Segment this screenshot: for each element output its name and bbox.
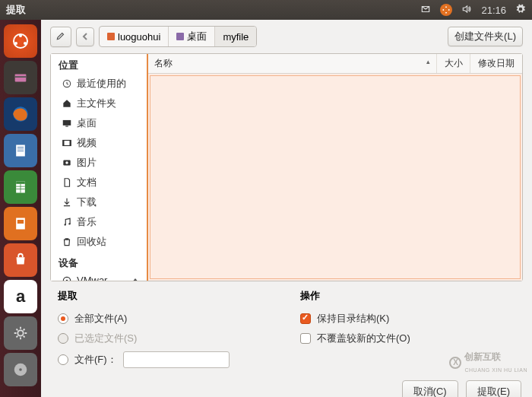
svg-rect-22 [63, 141, 65, 146]
watermark: X 创新互联 CHUANG XIN HU LIAN [449, 351, 527, 374]
radio-icon [58, 333, 68, 344]
sidebar-item-label: 桌面 [77, 116, 97, 130]
radio-files-pattern[interactable]: 文件(F)： [58, 348, 277, 371]
check-keep-structure[interactable]: 保持目录结构(K) [300, 309, 520, 329]
firefox-icon[interactable] [4, 97, 37, 131]
extract-dialog: luoguohui 桌面 myfile 创建文件夹(L) 位置 最近使用的 主文… [41, 20, 532, 397]
svg-point-1 [19, 34, 22, 37]
eject-icon[interactable] [130, 275, 141, 281]
cancel-button[interactable]: 取消(C) [402, 380, 458, 397]
svg-point-17 [19, 368, 22, 371]
breadcrumb: luoguohui 桌面 myfile [99, 26, 257, 47]
svg-rect-14 [17, 220, 24, 224]
calc-icon[interactable] [4, 170, 37, 204]
col-size[interactable]: 大小 [437, 54, 470, 73]
window-title: 提取 [6, 3, 420, 17]
svg-rect-12 [16, 182, 25, 184]
folder-icon [176, 33, 184, 40]
extract-column: 提取 全部文件(A) 已选定文件(S) 文件(F)： [58, 289, 277, 371]
checkbox-icon [300, 313, 311, 324]
files-icon[interactable] [4, 61, 37, 94]
extract-button[interactable]: 提取(E) [466, 380, 521, 397]
sidebar-item-label: 音乐 [77, 215, 97, 229]
radio-all-files[interactable]: 全部文件(A) [58, 309, 277, 329]
svg-rect-5 [15, 76, 27, 78]
sidebar-item-documents[interactable]: 文档 [51, 173, 147, 192]
sidebar-item-home[interactable]: 主文件夹 [51, 94, 147, 113]
check-no-overwrite[interactable]: 不覆盖较新的文件(O) [300, 329, 520, 348]
svg-rect-19 [63, 120, 71, 125]
check-label: 保持目录结构(K) [317, 312, 389, 326]
radio-label: 全部文件(A) [74, 312, 127, 326]
unity-launcher: a [0, 20, 41, 397]
devices-header: 设备 [51, 252, 147, 272]
path-toolbar: luoguohui 桌面 myfile 创建文件夹(L) [41, 20, 532, 53]
sidebar-item-trash[interactable]: 回收站 [51, 232, 147, 252]
sidebar-item-label: 图片 [77, 156, 97, 170]
svg-point-29 [66, 279, 68, 281]
svg-point-15 [17, 330, 23, 335]
amazon-icon[interactable]: a [4, 280, 37, 313]
file-pane: 名称▴ 大小 修改日期 [148, 54, 522, 281]
svg-rect-10 [17, 151, 24, 151]
settings-icon[interactable] [4, 316, 37, 350]
disk-icon[interactable] [4, 353, 37, 386]
sidebar-item-label: 主文件夹 [77, 97, 116, 110]
breadcrumb-label: myfile [223, 31, 249, 43]
dialog-actions: 取消(C) 提取(E) [41, 374, 532, 397]
breadcrumb-desktop[interactable]: 桌面 [169, 27, 215, 46]
sidebar-item-recent[interactable]: 最近使用的 [51, 74, 147, 94]
sidebar-item-desktop[interactable]: 桌面 [51, 113, 147, 133]
path-back-button[interactable] [76, 27, 94, 46]
svg-rect-23 [70, 141, 71, 146]
watermark-icon: X [449, 357, 461, 369]
checkbox-icon [300, 333, 311, 344]
radio-label: 已选定文件(S) [74, 332, 137, 345]
breadcrumb-home[interactable]: luoguohui [100, 27, 169, 46]
update-icon[interactable] [440, 4, 452, 16]
breadcrumb-label: 桌面 [187, 30, 207, 43]
volume-icon[interactable] [461, 4, 472, 17]
sidebar-item-videos[interactable]: 视频 [51, 133, 147, 153]
writer-icon[interactable] [4, 134, 37, 167]
create-folder-button[interactable]: 创建文件夹(L) [448, 27, 523, 46]
sidebar-item-label: 回收站 [77, 235, 106, 249]
gear-icon[interactable] [515, 4, 526, 17]
sort-caret-icon: ▴ [426, 58, 430, 65]
ops-header: 操作 [300, 289, 520, 303]
impress-icon[interactable] [4, 207, 37, 240]
svg-point-2 [24, 42, 27, 45]
svg-point-25 [65, 161, 68, 164]
svg-point-27 [68, 223, 70, 224]
system-tray: 21:16 [420, 4, 526, 17]
radio-selected-files: 已选定文件(S) [58, 329, 277, 348]
clock[interactable]: 21:16 [481, 5, 506, 16]
places-sidebar: 位置 最近使用的 主文件夹 桌面 视频 图片 文档 下载 音乐 回收站 设备 V… [51, 54, 148, 281]
edit-path-button[interactable] [50, 27, 71, 47]
sidebar-item-downloads[interactable]: 下载 [51, 192, 147, 212]
files-pattern-input[interactable] [123, 351, 230, 368]
radio-label: 文件(F)： [74, 353, 117, 367]
file-list[interactable] [150, 75, 521, 279]
places-header: 位置 [51, 54, 147, 74]
svg-point-3 [14, 42, 17, 45]
mail-icon[interactable] [420, 4, 431, 17]
software-center-icon[interactable] [4, 243, 37, 277]
file-browser: 位置 最近使用的 主文件夹 桌面 视频 图片 文档 下载 音乐 回收站 设备 V… [50, 53, 523, 281]
sidebar-item-label: 视频 [77, 136, 97, 150]
dash-icon[interactable] [4, 24, 37, 58]
breadcrumb-label: luoguohui [118, 31, 160, 43]
col-date[interactable]: 修改日期 [470, 54, 522, 73]
sidebar-item-pictures[interactable]: 图片 [51, 153, 147, 173]
sidebar-item-music[interactable]: 音乐 [51, 212, 147, 232]
radio-icon [58, 313, 68, 324]
sidebar-item-label: 文档 [77, 176, 97, 189]
extract-header: 提取 [58, 289, 277, 303]
sidebar-item-vmware[interactable]: VMwar… [51, 272, 147, 281]
sidebar-item-label: VMwar… [77, 275, 117, 281]
svg-rect-20 [65, 126, 68, 127]
folder-icon [107, 33, 115, 40]
svg-point-26 [65, 224, 66, 225]
breadcrumb-current[interactable]: myfile [215, 27, 256, 46]
col-name[interactable]: 名称▴ [148, 54, 437, 73]
